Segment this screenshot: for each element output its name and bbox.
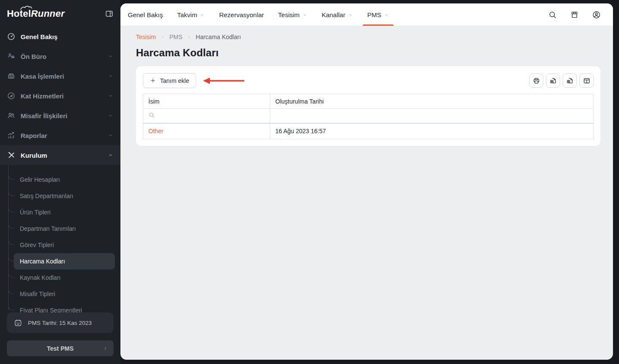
front-desk-icon [7, 52, 15, 61]
tab-label: Takvim [177, 11, 197, 18]
sidebar-subitem-label: Gelir Hesapları [20, 176, 60, 183]
sidebar-subitem-label: Departman Tanımları [20, 225, 76, 232]
breadcrumb-separator-icon [160, 35, 165, 40]
tab-kanallar[interactable]: Kanallar [322, 3, 353, 26]
sidebar-item-on-buro[interactable]: Ön Büro [0, 46, 120, 66]
definitions-table: İsimOluşturulma Tarihi Other16 Ağu 2023 … [143, 94, 594, 139]
column-header-isim[interactable]: İsim [143, 94, 270, 109]
marketplace-icon[interactable] [570, 10, 579, 19]
sidebar-subitem-urun-tipleri[interactable]: Ürün Tipleri [14, 204, 115, 220]
test-pms-button[interactable]: Test PMS [7, 340, 114, 356]
calendar-smile-icon [14, 318, 22, 327]
sidebar-item-kat-hizmetleri[interactable]: Kat Hizmetleri [0, 86, 120, 106]
tree-branch-line [8, 206, 14, 212]
tree-branch-line [8, 255, 14, 261]
tab-tesisim[interactable]: Tesisim [278, 3, 308, 26]
sidebar-nav: Genel BakışÖn BüroKasa İşlemleriKat Hizm… [0, 27, 120, 165]
sidebar-subitem-label: Harcama Kodları [20, 258, 65, 265]
chevron-up-icon [108, 152, 114, 158]
sidebar-item-label: Misafir İlişkileri [21, 112, 108, 119]
table-body: Other16 Ağu 2023 16:57 [143, 109, 594, 139]
reports-icon [7, 131, 15, 140]
hotelrunner-logo[interactable]: HotelRunner [7, 8, 65, 19]
sidebar-subitem-harcama-kodlari[interactable]: Harcama Kodları [14, 253, 115, 269]
tab-genel-bakis[interactable]: Genel Bakış [128, 3, 163, 26]
print-icon [533, 77, 540, 85]
row-name-link[interactable]: Other [148, 128, 163, 135]
sidebar-subitem-label: Misafir Tipleri [20, 291, 55, 297]
tree-branch-line [8, 174, 14, 180]
tab-label: PMS [367, 11, 382, 18]
row-created-at: 16 Ağu 2023 16:57 [270, 123, 594, 139]
sidebar-subitem-label: Ürün Tipleri [20, 209, 51, 216]
setup-icon [7, 151, 15, 159]
breadcrumb-item-tesisim[interactable]: Tesisim [136, 34, 156, 40]
plus-icon [150, 77, 156, 84]
chevron-down-icon [108, 73, 114, 79]
sidebar-subitem-satis-departmanlari[interactable]: Satış Departmanları [14, 188, 115, 204]
sidebar-item-kasa-islemleri[interactable]: Kasa İşlemleri [0, 66, 120, 86]
sidebar-subitem-gelir-hesaplari[interactable]: Gelir Hesapları [14, 171, 115, 188]
table-header-row: İsimOluşturulma Tarihi [143, 94, 594, 109]
chevron-down-icon [108, 53, 114, 59]
content-card: Tanım ekle İsimOluşturulma Tarihi Other1… [136, 66, 601, 146]
breadcrumb: TesisimPMSHarcama Kodları [136, 34, 601, 40]
tab-rezervasyonlar[interactable]: Rezervasyonlar [219, 3, 264, 26]
sidebar-item-label: Raporlar [21, 132, 108, 139]
guests-icon [7, 111, 15, 120]
add-definition-button[interactable]: Tanım ekle [143, 73, 196, 88]
breadcrumb-separator-icon [187, 35, 191, 40]
search-icon[interactable] [548, 10, 557, 19]
annotation-arrow [203, 77, 246, 85]
card-toolbar: Tanım ekle [143, 73, 594, 88]
cash-register-icon [7, 72, 15, 80]
chevron-down-icon [200, 12, 205, 18]
tab-takvim[interactable]: Takvim [177, 3, 205, 26]
excel-export-icon [566, 77, 574, 85]
table-columns-button[interactable] [579, 73, 594, 88]
page-title: Harcama Kodları [136, 47, 601, 59]
sidebar-subitem-departman-tanimlari[interactable]: Departman Tanımları [14, 220, 115, 237]
tab-label: Genel Bakış [128, 11, 163, 18]
chevron-down-icon [108, 93, 114, 99]
sidebar-item-genel-bakis[interactable]: Genel Bakış [0, 27, 120, 46]
sidebar-subitem-kaynak-kodlari[interactable]: Kaynak Kodları [14, 269, 115, 286]
sidebar-subnav: Gelir HesaplarıSatış DepartmanlarıÜrün T… [0, 171, 120, 318]
chevron-down-icon [108, 113, 114, 119]
test-pms-label: Test PMS [47, 345, 74, 352]
topbar-icons [548, 3, 601, 26]
tab-label: Tesisim [278, 11, 300, 18]
sidebar-collapse-icon[interactable] [105, 9, 114, 18]
file-export-button[interactable] [546, 73, 560, 88]
print-button[interactable] [529, 73, 543, 88]
account-icon[interactable] [592, 10, 601, 19]
sidebar-item-raporlar[interactable]: Raporlar [0, 125, 120, 145]
logo-cloud-icon [20, 5, 33, 10]
chevron-down-icon [384, 12, 389, 18]
chevron-down-icon [348, 12, 353, 18]
name-filter-cell[interactable] [143, 109, 270, 123]
pms-date-panel: PMS Tarihi: 15 Kas 2023 [7, 312, 114, 333]
column-header-olusturulma-tarihi[interactable]: Oluşturulma Tarihi [270, 94, 594, 109]
sidebar-subitem-gorev-tipleri[interactable]: Görev Tipleri [14, 237, 115, 253]
chevron-right-icon [102, 346, 108, 352]
table-row: Other16 Ağu 2023 16:57 [143, 123, 594, 139]
sidebar-subitem-label: Görev Tipleri [20, 242, 54, 248]
sidebar-item-kurulum[interactable]: Kurulum [0, 145, 120, 165]
sidebar-item-label: Kat Hizmetleri [21, 92, 108, 100]
date-filter-cell[interactable] [270, 109, 594, 123]
tab-pms[interactable]: PMS [367, 3, 389, 26]
chevron-down-icon [108, 132, 114, 138]
add-definition-label: Tanım ekle [160, 77, 189, 84]
excel-export-button[interactable] [563, 73, 577, 88]
table-head: İsimOluşturulma Tarihi [143, 94, 594, 109]
table-action-buttons [529, 73, 594, 88]
sidebar-item-misafir-iliskileri[interactable]: Misafir İlişkileri [0, 106, 120, 125]
tree-branch-line [8, 239, 14, 245]
search-icon [148, 112, 155, 118]
tree-branch-line [8, 288, 14, 294]
tab-label: Rezervasyonlar [219, 11, 264, 18]
sidebar-subitem-misafir-tipleri[interactable]: Misafir Tipleri [14, 286, 115, 302]
file-export-icon [549, 77, 557, 85]
main-panel: Genel BakışTakvimRezervasyonlarTesisimKa… [120, 3, 613, 360]
